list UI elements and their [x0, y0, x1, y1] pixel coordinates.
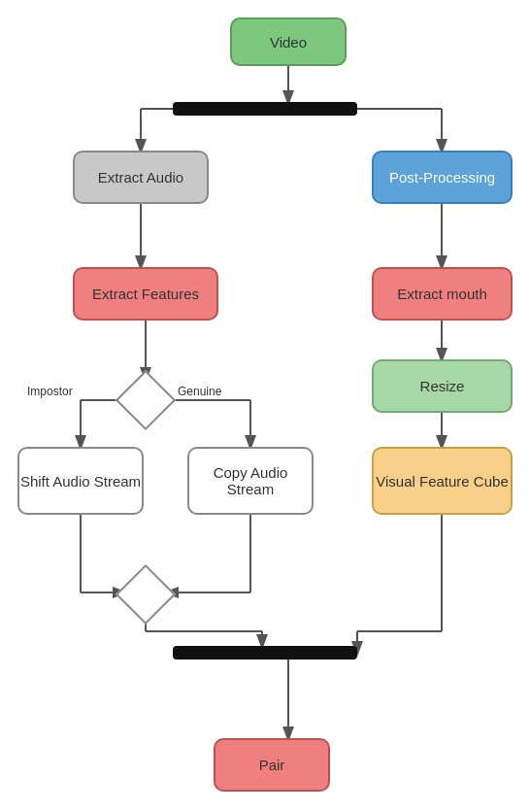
pair-label: Pair	[259, 757, 285, 773]
extract-mouth-label: Extract mouth	[397, 286, 487, 302]
copy-audio-label: Copy Audio Stream	[189, 464, 312, 497]
impostor-label: Impostor	[27, 385, 73, 398]
pair-node: Pair	[214, 738, 330, 792]
shift-audio-node: Shift Audio Stream	[17, 447, 144, 515]
resize-label: Resize	[420, 378, 465, 394]
top-diamond	[116, 370, 176, 430]
video-node: Video	[230, 17, 347, 66]
extract-audio-node: Extract Audio	[73, 151, 209, 204]
genuine-label: Genuine	[178, 385, 221, 398]
top-bar	[173, 102, 357, 116]
extract-features-node: Extract Features	[73, 267, 218, 321]
video-label: Video	[270, 34, 307, 51]
resize-node: Resize	[372, 359, 513, 413]
extract-audio-label: Extract Audio	[98, 169, 183, 186]
extract-mouth-node: Extract mouth	[372, 267, 513, 321]
post-processing-node: Post-Processing	[372, 151, 513, 204]
copy-audio-node: Copy Audio Stream	[187, 447, 314, 515]
extract-features-label: Extract Features	[92, 286, 199, 302]
shift-audio-label: Shift Audio Stream	[20, 473, 141, 490]
visual-feature-label: Visual Feature Cube	[376, 473, 508, 490]
bottom-diamond	[116, 564, 176, 625]
post-processing-label: Post-Processing	[389, 169, 495, 186]
visual-feature-node: Visual Feature Cube	[372, 447, 513, 515]
bottom-bar	[173, 646, 357, 660]
